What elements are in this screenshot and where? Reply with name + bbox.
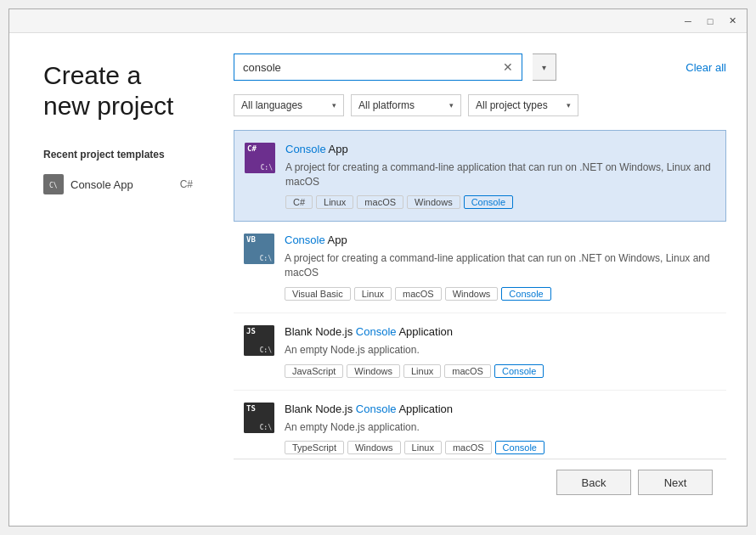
next-button[interactable]: Next <box>638 470 713 495</box>
result-content: Console AppA project for creating a comm… <box>285 143 715 209</box>
filter-platforms-arrow: ▾ <box>449 101 454 110</box>
result-description: A project for creating a command-line ap… <box>285 251 716 280</box>
back-button[interactable]: Back <box>556 470 631 495</box>
lang-icon: TS C:\ <box>244 403 274 433</box>
tags-row: JavaScriptWindowsLinuxmacOSConsole <box>285 364 716 378</box>
filter-project-types-arrow: ▾ <box>567 101 571 110</box>
filter-row: All languages ▾ All platforms ▾ All proj… <box>234 94 726 116</box>
recent-item-name: Console App <box>71 178 133 191</box>
tags-row: TypeScriptWindowsLinuxmacOSConsole <box>285 441 716 454</box>
tag: Visual Basic <box>285 287 351 301</box>
tag-console: Console <box>464 195 513 209</box>
search-box: ✕ <box>234 54 522 81</box>
main-window: ─ □ ✕ Create a new project Recent projec… <box>8 8 748 527</box>
search-input[interactable] <box>243 61 499 74</box>
footer: Back Next <box>234 459 726 505</box>
result-title-highlight: Console <box>285 234 325 246</box>
tag: Windows <box>445 287 499 301</box>
result-item[interactable]: VB C:\ Console AppA project for creating… <box>234 222 726 313</box>
lang-icon: C# C:\ <box>245 143 275 173</box>
content-area: Create a new project Recent project temp… <box>9 33 747 526</box>
right-panel: ✕ ▾ Clear all All languages ▾ All platfo… <box>213 33 747 526</box>
svg-text:C\: C\ <box>49 182 58 189</box>
search-dropdown-button[interactable]: ▾ <box>533 54 556 81</box>
result-item[interactable]: TS C:\ Blank Node.js Console Application… <box>234 391 726 459</box>
result-item[interactable]: C# C:\ Console AppA project for creating… <box>234 130 726 222</box>
result-title: Blank Node.js Console Application <box>285 403 716 417</box>
tags-row: C#LinuxmacOSWindowsConsole <box>285 195 715 209</box>
tag: Linux <box>404 441 442 454</box>
tag: macOS <box>445 441 492 454</box>
title-bar: ─ □ ✕ <box>9 9 747 33</box>
result-content: Console AppA project for creating a comm… <box>285 234 716 300</box>
tag: macOS <box>395 287 442 301</box>
tag-console: Console <box>494 364 544 378</box>
result-description: An empty Node.js application. <box>285 420 716 435</box>
result-item[interactable]: JS C:\ Blank Node.js Console Application… <box>234 313 726 391</box>
result-title: Blank Node.js Console Application <box>285 325 716 340</box>
results-list: C# C:\ Console AppA project for creating… <box>234 130 726 459</box>
result-title-highlight: Console <box>356 325 397 338</box>
filter-platforms-label: All platforms <box>358 99 415 111</box>
result-title-highlight: Console <box>356 403 397 415</box>
result-content: Blank Node.js Console ApplicationAn empt… <box>285 325 716 378</box>
minimize-button[interactable]: ─ <box>680 14 696 29</box>
page-title: Create a new project <box>43 60 193 121</box>
tag: JavaScript <box>285 364 343 378</box>
recent-item-icon: C\ <box>43 174 64 194</box>
search-row: ✕ ▾ Clear all <box>234 54 726 81</box>
tag-console: Console <box>501 287 550 301</box>
tag: Linux <box>354 287 392 301</box>
tag: Windows <box>347 364 400 378</box>
tag: macOS <box>357 195 403 209</box>
tag: Windows <box>347 441 401 454</box>
tag-console: Console <box>495 441 544 454</box>
recent-item-lang: C# <box>180 178 193 190</box>
recent-label: Recent project templates <box>43 149 193 160</box>
left-panel: Create a new project Recent project temp… <box>9 33 213 526</box>
tags-row: Visual BasicLinuxmacOSWindowsConsole <box>285 287 716 301</box>
filter-language[interactable]: All languages ▾ <box>234 94 344 116</box>
result-description: An empty Node.js application. <box>285 343 716 358</box>
result-title: Console App <box>285 234 716 248</box>
result-content: Blank Node.js Console ApplicationAn empt… <box>285 403 716 455</box>
tag: Linux <box>403 364 441 378</box>
clear-all-button[interactable]: Clear all <box>685 61 726 74</box>
result-description: A project for creating a command-line ap… <box>285 160 715 189</box>
close-button[interactable]: ✕ <box>725 14 740 29</box>
lang-icon: VB C:\ <box>244 234 274 264</box>
filter-project-types-label: All project types <box>476 99 548 111</box>
tag: macOS <box>444 364 491 378</box>
filter-language-label: All languages <box>241 99 302 111</box>
filter-language-arrow: ▾ <box>332 101 336 110</box>
recent-item[interactable]: C\ Console App C# <box>43 171 193 198</box>
filter-platforms[interactable]: All platforms ▾ <box>351 94 461 116</box>
maximize-button[interactable]: □ <box>702 14 718 29</box>
tag: C# <box>285 195 313 209</box>
result-title: Console App <box>285 143 715 157</box>
lang-icon: JS C:\ <box>244 325 274 356</box>
tag: TypeScript <box>285 441 344 454</box>
tag: Windows <box>407 195 460 209</box>
search-clear-button[interactable]: ✕ <box>499 60 516 74</box>
result-title-highlight: Console <box>285 143 326 155</box>
filter-project-types[interactable]: All project types ▾ <box>468 94 578 116</box>
tag: Linux <box>316 195 353 209</box>
